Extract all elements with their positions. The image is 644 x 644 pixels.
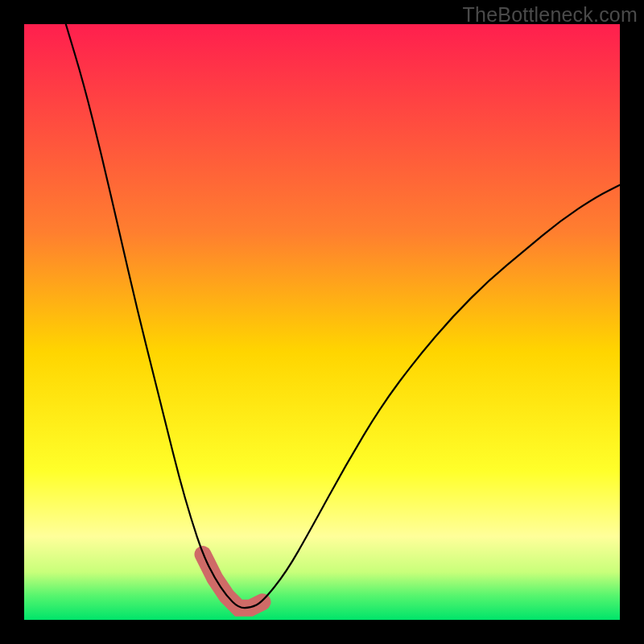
bottleneck-curve <box>66 24 620 608</box>
chart-plot <box>24 24 620 620</box>
curve-highlight <box>203 555 262 609</box>
watermark-label: TheBottleneck.com <box>463 3 638 27</box>
chart-frame <box>24 24 620 620</box>
